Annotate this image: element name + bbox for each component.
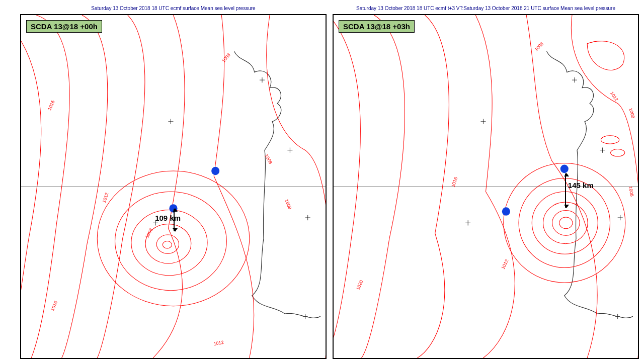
obs-dot (502, 207, 510, 216)
svg-text:1008: 1008 (284, 199, 293, 210)
plus-marks (465, 77, 623, 319)
svg-text:1012: 1012 (609, 90, 619, 102)
plus-marks (153, 77, 310, 319)
right-map-frame: SCDA 13@18 +03h N 40°N (333, 14, 639, 359)
svg-point-5 (163, 241, 172, 248)
svg-text:1012: 1012 (213, 340, 224, 347)
svg-text:1008: 1008 (628, 107, 636, 119)
svg-text:1020: 1020 (355, 280, 364, 291)
right-panel-title: Saturday 13 October 2018 18 UTC ecmf t+3… (333, 3, 639, 14)
svg-point-14 (504, 163, 625, 283)
panel-container: Saturday 13 October 2018 18 UTC ecmf sur… (0, 0, 644, 362)
svg-text:1012: 1012 (501, 258, 510, 270)
left-panel-title: Saturday 13 October 2018 18 UTC ecmf sur… (20, 3, 327, 14)
left-map-frame: SCDA 13@18 +00h 40°N (20, 14, 327, 359)
coastline-icon (234, 51, 320, 318)
left-forecast-label: SCDA 13@18 +00h (26, 20, 102, 33)
right-distance-label: 145 km (568, 181, 594, 190)
contour-labels: 1016 1016 1012 1012 1008 1008 1008 1008 (47, 52, 292, 346)
contour-labels: 1020 1016 1012 1012 1008 1008 1008 (355, 41, 635, 291)
svg-text:1016: 1016 (450, 176, 458, 188)
svg-point-21 (611, 149, 625, 156)
svg-text:1008: 1008 (221, 52, 231, 63)
left-distance-label: 109 km (155, 214, 181, 222)
left-panel: Saturday 13 October 2018 18 UTC ecmf sur… (20, 3, 327, 359)
svg-point-4 (156, 235, 179, 253)
svg-point-17 (543, 202, 588, 244)
svg-text:1012: 1012 (102, 192, 110, 204)
svg-point-19 (559, 217, 573, 229)
obs-dot (560, 165, 569, 173)
svg-text:1008: 1008 (628, 186, 634, 197)
obs-dot (211, 167, 219, 175)
right-forecast-label: SCDA 13@18 +03h (339, 20, 415, 33)
distance-arrow-icon (565, 173, 566, 208)
right-panel: Saturday 13 October 2018 18 UTC ecmf t+3… (333, 3, 639, 359)
svg-text:1008: 1008 (144, 227, 153, 239)
svg-point-20 (601, 136, 619, 144)
svg-point-18 (552, 211, 580, 236)
left-map-svg: 1016 1016 1012 1012 1008 1008 1008 1008 (21, 15, 326, 358)
svg-text:1008: 1008 (534, 41, 544, 52)
svg-text:1016: 1016 (50, 300, 58, 312)
svg-text:1016: 1016 (47, 100, 55, 111)
